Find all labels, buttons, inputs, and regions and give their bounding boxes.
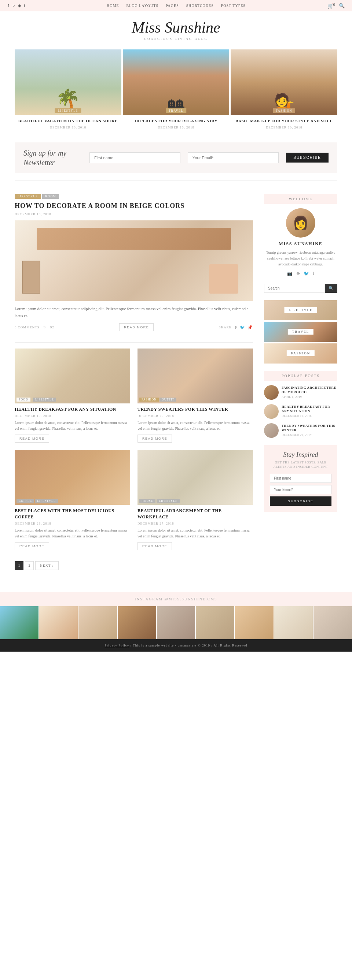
grid-post-3-date: DECEMBER 28, 2018 (14, 522, 130, 525)
newsletter-subscribe-button[interactable]: SUBSCRIBE (286, 153, 328, 162)
grid-post-1-read-more[interactable]: READ MORE (14, 434, 49, 442)
grid-post-3-read-more[interactable]: READ MORE (14, 542, 49, 550)
privacy-policy-link[interactable]: Privacy Policy (105, 644, 130, 647)
social-icons: ☨ ○ ◆ f (7, 3, 25, 8)
nav-blog-layouts[interactable]: BLOG LAYOUTS (126, 4, 158, 8)
stay-inspired: Stay Inspired GET THE LATEST POSTS, SALE… (264, 445, 338, 512)
insta-7[interactable] (235, 606, 274, 639)
featured-post-3[interactable]: 💁 FASHION BASIC MAKE-UP FOR YOUR STYLE A… (230, 49, 338, 129)
featured-article-title: HOW TO DECORATE A ROOM IN BEIGE COLORS (14, 202, 253, 210)
instagram-grid (0, 606, 352, 639)
nav-shortcodes[interactable]: SHORTCODES (186, 4, 214, 8)
posts-area: LIFESTYLE ROOM HOW TO DECORATE A ROOM IN… (14, 194, 253, 578)
cat-travel[interactable]: TRAVEL (264, 322, 338, 342)
insta-9[interactable] (314, 606, 352, 639)
tag-lifestyle[interactable]: LIFESTYLE (14, 194, 41, 199)
search-button[interactable]: 🔍 (325, 284, 338, 293)
cat-fashion-label: FASHION (287, 350, 315, 356)
sidebar-welcome: WELCOME 👩 MISS SUNSHINE Turnip greens ya… (264, 194, 338, 277)
facebook-icon[interactable]: f (24, 3, 25, 8)
grid-post-3-title: BEST PLACES WITH THE MOST DELICIOUS COFF… (14, 508, 130, 520)
grid-post-4-read-more[interactable]: READ MORE (138, 542, 172, 550)
insta-5[interactable] (157, 606, 195, 639)
comments-count: 0 COMMENTS (14, 325, 40, 329)
cat-travel-label: TRAVEL (288, 329, 314, 335)
search-icon[interactable]: 🔍 (339, 3, 345, 9)
sidebar-twitter-icon[interactable]: 🐦 (304, 271, 309, 277)
instagram-icon[interactable]: ☨ (7, 3, 10, 8)
insta-4[interactable] (118, 606, 156, 639)
pagination: 1 2 NEXT › (14, 561, 253, 570)
cat-fashion[interactable]: FASHION (264, 344, 338, 364)
popular-post-2[interactable]: HEALTHY BREAKFAST FOR ANY SITUATION DECE… (264, 404, 338, 419)
newsletter-firstname-input[interactable] (90, 152, 181, 163)
newsletter-title: Sign up for my Newsletter (24, 148, 82, 167)
main-content: LIFESTYLE ROOM HOW TO DECORATE A ROOM IN… (0, 187, 352, 585)
popular-post-2-info: HEALTHY BREAKFAST FOR ANY SITUATION DECE… (282, 405, 338, 418)
popular-post-3-info: TRENDY SWEATERS FOR THIS WINTER DECEMBER… (282, 424, 338, 437)
grid-post-2-read-more[interactable]: READ MORE (138, 434, 172, 442)
popular-post-3-title: TRENDY SWEATERS FOR THIS WINTER (282, 424, 338, 432)
featured-post-3-date: DECEMBER 10, 2018 (230, 126, 338, 129)
sidebar-categories: LIFESTYLE TRAVEL FASHION (264, 300, 338, 364)
newsletter-email-input[interactable] (188, 152, 279, 163)
search-input[interactable] (264, 284, 325, 293)
featured-read-more-button[interactable]: READ MORE (119, 323, 154, 331)
twitter-icon[interactable]: ◆ (18, 3, 21, 8)
featured-post-2[interactable]: 🏘 TRAVEL 10 PLACES FOR YOUR RELAXING STA… (123, 49, 230, 129)
site-header: Miss Sunshine CONSCIOUS LIVING BLOG (0, 11, 352, 44)
grid-post-3-excerpt: Lorem ipsum dolor sit amet, consectetur … (14, 528, 130, 539)
page-2[interactable]: 2 (25, 561, 34, 570)
nav-post-types[interactable]: POST TYPES (221, 4, 246, 8)
popular-post-1[interactable]: FASCINATING ARCHITECTURE OF MOROCCO APRI… (264, 385, 338, 400)
featured-post-3-image: 💁 FASHION (230, 49, 338, 115)
hr-1 (14, 342, 253, 343)
sidebar-facebook-icon[interactable]: f (313, 271, 314, 277)
featured-posts: 🌴 LIFESTYLE BEAUTIFUL VACATION ON THE OC… (0, 44, 352, 135)
pinterest-icon[interactable]: ○ (13, 3, 15, 8)
popular-post-2-image (264, 404, 279, 419)
insta-8[interactable] (274, 606, 313, 639)
featured-post-2-image: 🏘 TRAVEL (123, 49, 230, 115)
likes-count: 92 (50, 325, 54, 329)
stay-inspired-firstname-input[interactable] (270, 474, 331, 483)
sidebar-instagram-icon[interactable]: 📷 (287, 271, 293, 277)
author-name: MISS SUNSHINE (264, 241, 338, 247)
tag-room[interactable]: ROOM (42, 194, 59, 199)
grid-post-3-image: COFFEE LIFESTYLE (14, 450, 130, 505)
featured-post-3-title: BASIC MAKE-UP FOR YOUR STYLE AND SOUL (230, 118, 338, 124)
grid-post-1-excerpt: Lorem ipsum dolor sit amet, consectetur … (14, 420, 130, 432)
grid-post-4: HOUSE LIFESTYLE BEAUTIFUL ARRANGEMENT OF… (138, 450, 253, 550)
featured-post-1[interactable]: 🌴 LIFESTYLE BEAUTIFUL VACATION ON THE OC… (14, 49, 122, 129)
grid-post-1-date: DECEMBER 10, 2018 (14, 414, 130, 418)
cat-lifestyle[interactable]: LIFESTYLE (264, 300, 338, 320)
stay-inspired-subscribe-button[interactable]: SUBSCRIBE (270, 496, 331, 506)
cart-icon[interactable]: 🛒0 (328, 2, 335, 9)
share-pinterest-icon[interactable]: 📌 (248, 325, 253, 330)
featured-article-excerpt: Lorem ipsum dolor sit amet, consectetur … (14, 305, 253, 319)
featured-article-image (14, 220, 253, 301)
top-bar: ☨ ○ ◆ f HOME BLOG LAYOUTS PAGES SHORTCOD… (0, 0, 352, 11)
sidebar-popular: POPULAR POSTS FASCINATING ARCHITECTURE O… (264, 371, 338, 438)
next-page-button[interactable]: NEXT › (35, 561, 59, 570)
sidebar-pinterest-icon[interactable]: ⊕ (296, 271, 300, 277)
insta-2[interactable] (39, 606, 78, 639)
footer-text: / This is a sample website - cmsmasters … (131, 644, 248, 647)
newsletter-bar: Sign up for my Newsletter SUBSCRIBE (14, 142, 338, 173)
insta-6[interactable] (196, 606, 234, 639)
sidebar-search: 🔍 (264, 284, 338, 293)
stay-inspired-sub: GET THE LATEST POSTS, SALE ALERTS AND IN… (270, 460, 331, 469)
nav-pages[interactable]: PAGES (166, 4, 179, 8)
insta-3[interactable] (78, 606, 117, 639)
nav-home[interactable]: HOME (107, 4, 119, 8)
popular-post-3[interactable]: TRENDY SWEATERS FOR THIS WINTER DECEMBER… (264, 423, 338, 438)
page-1[interactable]: 1 (14, 561, 24, 570)
grid-post-2: FASHION OUTFIT TRENDY SWEATERS FOR THIS … (138, 348, 253, 442)
sidebar: WELCOME 👩 MISS SUNSHINE Turnip greens ya… (264, 194, 338, 578)
featured-post-1-title: BEAUTIFUL VACATION ON THE OCEAN SHORE (14, 118, 122, 124)
share-twitter-icon[interactable]: 🐦 (240, 325, 245, 330)
post-meta-left: 0 COMMENTS ♡ 92 (14, 325, 54, 329)
stay-inspired-email-input[interactable] (270, 485, 331, 494)
share-facebook-icon[interactable]: f (235, 325, 238, 329)
insta-1[interactable] (0, 606, 38, 639)
